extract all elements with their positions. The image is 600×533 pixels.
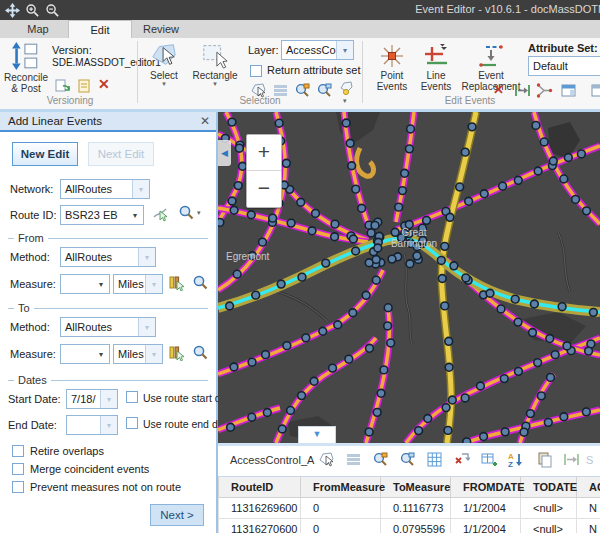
- zoom-selected-icon[interactable]: [372, 451, 389, 468]
- column-header[interactable]: ToMeasure: [381, 477, 451, 498]
- select-route-icon[interactable]: [152, 205, 169, 222]
- end-date-label: End Date:: [8, 419, 57, 431]
- sort-icon[interactable]: AZ: [507, 451, 524, 468]
- retire-overlaps-checkbox[interactable]: [12, 445, 24, 457]
- table-row[interactable]: 11316269600 0 0.1116773 1/1/2004 <null> …: [219, 498, 600, 519]
- add-linear-events-panel: Add Linear Events ✕ New Edit Next Edit N…: [0, 112, 218, 533]
- tab-edit[interactable]: Edit: [68, 20, 132, 39]
- new-version-icon[interactable]: [76, 78, 93, 95]
- dropdown-caret: ▾: [142, 81, 186, 87]
- next-button[interactable]: Next >: [150, 504, 204, 526]
- titlebar: Event Editor - v10.6.1 - docMassDOTN: [0, 0, 600, 20]
- column-header[interactable]: FromMeasure: [301, 477, 381, 498]
- sync-version-icon[interactable]: [54, 78, 71, 95]
- reconcile-post-button[interactable]: Reconcile & Post: [4, 41, 48, 94]
- copy-icon[interactable]: [536, 451, 553, 468]
- merge-coincident-events-label: Merge coincident events: [30, 463, 149, 475]
- dropdown-caret[interactable]: ▾: [197, 210, 201, 216]
- column-header[interactable]: RouteID: [219, 477, 301, 498]
- from-unit-combo[interactable]: Miles ▾: [113, 274, 163, 294]
- dropdown-caret[interactable]: ▾: [145, 275, 162, 293]
- map-zoom-in-button[interactable]: +: [247, 135, 281, 171]
- dropdown-caret[interactable]: ▾: [100, 390, 117, 408]
- zoom-selected-alt-icon[interactable]: [399, 451, 416, 468]
- dropdown-caret[interactable]: ▾: [93, 275, 109, 293]
- merge-coincident-events-checkbox[interactable]: [12, 463, 24, 475]
- column-header[interactable]: FROMDATE: [451, 477, 521, 498]
- clear-selection-icon[interactable]: [453, 451, 470, 468]
- map-zoom-out-button[interactable]: −: [247, 171, 281, 207]
- cell-todate: <null>: [521, 498, 577, 519]
- truncated-toolbar-button[interactable]: S: [586, 454, 593, 466]
- select-events-icon[interactable]: [318, 451, 335, 468]
- zoom-in-icon[interactable]: [25, 3, 40, 18]
- dropdown-caret: ▾: [343, 98, 347, 104]
- highlight-selection-icon[interactable]: [338, 80, 355, 97]
- to-measure-combo[interactable]: ▾: [60, 344, 110, 364]
- use-route-end-date-checkbox[interactable]: [126, 417, 138, 429]
- dropdown-caret[interactable]: ▾: [100, 416, 117, 434]
- column-header[interactable]: TODATE: [521, 477, 577, 498]
- line-events-button[interactable]: Line Events: [416, 43, 456, 92]
- layer-combo[interactable]: AccessControl_A ▾: [281, 40, 354, 60]
- tabbar: Map Edit Review: [0, 20, 600, 39]
- collapse-bottom-panel-icon[interactable]: ▼: [298, 426, 336, 443]
- dropdown-caret[interactable]: ▾: [127, 206, 143, 224]
- return-attribute-set-checkbox[interactable]: [250, 65, 262, 77]
- to-method-combo[interactable]: AllRoutes ▾: [60, 317, 156, 337]
- pick-measure-icon[interactable]: [168, 274, 185, 291]
- dropdown-caret[interactable]: ▾: [145, 345, 162, 363]
- zoom-out-icon[interactable]: [45, 3, 60, 18]
- add-table-icon[interactable]: [480, 451, 497, 468]
- use-route-start-date-checkbox[interactable]: [126, 391, 138, 403]
- pick-measure-icon[interactable]: [168, 344, 185, 361]
- grid-icon[interactable]: [426, 451, 443, 468]
- prevent-measures-checkbox[interactable]: [12, 481, 24, 493]
- panel-title: Add Linear Events: [8, 115, 102, 127]
- map-view[interactable]: Egremont GreatBarrington ◀ + − ▼: [218, 112, 600, 443]
- collapse-left-panel-icon[interactable]: ◀: [218, 140, 231, 166]
- attribute-set-combo[interactable]: Default ▾: [528, 56, 600, 76]
- from-method-combo[interactable]: AllRoutes ▾: [60, 247, 156, 267]
- point-events-button[interactable]: Point Events: [372, 43, 412, 92]
- table-row[interactable]: 11316270600 0 0.0795596 1/1/2004 <null> …: [219, 519, 600, 533]
- rectangle-button[interactable]: Rectangle ▾: [190, 41, 240, 87]
- pan-icon[interactable]: [5, 3, 20, 18]
- to-unit-combo[interactable]: Miles ▾: [113, 344, 163, 364]
- from-measure-combo[interactable]: ▾: [60, 274, 110, 294]
- start-date-combo[interactable]: 7/18/ ▾: [66, 389, 118, 409]
- cell-fromdate: 1/1/2004: [451, 519, 521, 533]
- cell-frommeasure: 0: [301, 519, 381, 533]
- next-edit-button[interactable]: Next Edit: [88, 142, 154, 166]
- select-button[interactable]: Select ▾: [142, 41, 186, 87]
- versioning-group-label: Versioning: [10, 95, 130, 106]
- reconcile-post-icon: [11, 41, 41, 71]
- attribute-list-icon[interactable]: [345, 451, 362, 468]
- end-date-combo[interactable]: ▾: [66, 415, 118, 435]
- column-header[interactable]: AC: [577, 477, 600, 498]
- delete-version-icon[interactable]: ✕: [98, 76, 115, 93]
- panel-alt-icon[interactable]: [590, 82, 600, 99]
- cell-tomeasure: 0.0795596: [381, 519, 451, 533]
- offset-icon[interactable]: [563, 451, 580, 468]
- zoom-measure-icon[interactable]: [192, 274, 209, 291]
- cell-access: N: [577, 519, 600, 533]
- panel-header: Add Linear Events ✕: [0, 112, 216, 132]
- new-edit-button[interactable]: New Edit: [12, 142, 78, 166]
- zoom-measure-icon[interactable]: [192, 344, 209, 361]
- dropdown-caret[interactable]: ▾: [138, 248, 155, 266]
- dropdown-caret[interactable]: ▾: [93, 345, 109, 363]
- tab-map[interactable]: Map: [8, 20, 68, 38]
- map-label-egremont: Egremont: [226, 251, 270, 262]
- to-measure-label: Measure:: [10, 348, 56, 360]
- dropdown-caret[interactable]: ▾: [336, 41, 353, 59]
- tab-review[interactable]: Review: [130, 20, 192, 38]
- close-icon[interactable]: ✕: [200, 114, 210, 128]
- route-id-combo[interactable]: BSR23 EB ▾: [60, 205, 144, 225]
- dropdown-caret[interactable]: ▾: [132, 180, 149, 198]
- zoom-route-icon[interactable]: [178, 204, 195, 221]
- network-combo[interactable]: AllRoutes ▾: [60, 179, 150, 199]
- panel-icon[interactable]: [560, 82, 577, 99]
- dropdown-caret[interactable]: ▾: [138, 318, 155, 336]
- table-layer-name: AccessControl_A: [230, 454, 314, 466]
